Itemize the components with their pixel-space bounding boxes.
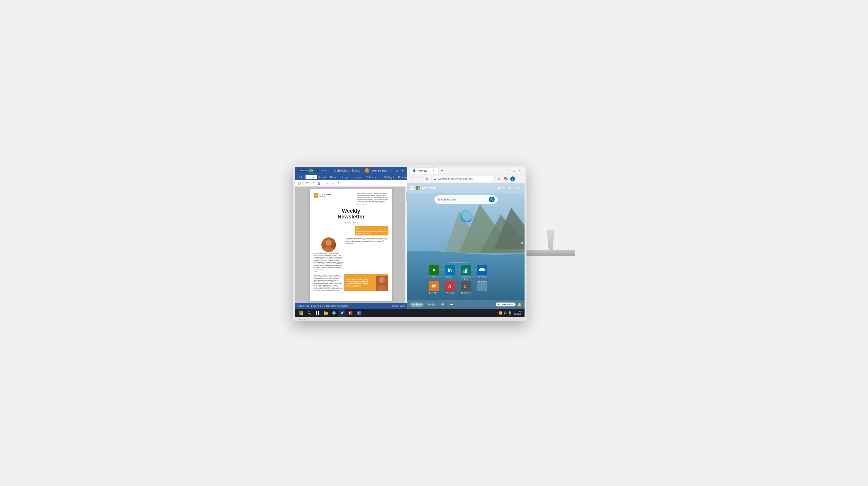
tab-layout[interactable]: Layout [351, 175, 363, 179]
toolbar-underline[interactable]: U [317, 181, 321, 186]
bing-search-btn[interactable] [489, 197, 495, 202]
edge-new-tab-btn[interactable]: + [439, 167, 445, 174]
address-bar[interactable]: Search or enter web address [431, 176, 495, 182]
accessibility-info[interactable]: Accessibility: Investigate [324, 305, 348, 307]
word-minimize-btn[interactable]: ─ [388, 168, 394, 173]
toolbar-bold[interactable]: B [305, 181, 310, 186]
app-icon-onedrive[interactable]: OneDrive [475, 265, 489, 280]
word-titlebar: AutoSave On ↩ ↪ Architecture - Saved TP [295, 167, 407, 174]
tab-file[interactable]: File [297, 175, 305, 179]
page-info: Page 2 of 10 [297, 305, 309, 307]
word-maximize-btn[interactable]: □ [394, 168, 399, 173]
ms-customize-btn[interactable]: ⚙ [515, 185, 522, 191]
edge-favorites-btn[interactable]: ☆ [496, 176, 502, 182]
power-button[interactable] [521, 242, 524, 244]
edge-minimize-btn[interactable]: ─ [505, 168, 511, 173]
notification-btn[interactable]: 🔔 [518, 302, 522, 306]
taskbar-powerpoint[interactable]: P [347, 309, 354, 317]
toolbar-style[interactable]: ¶ [336, 181, 341, 186]
toolbar-align-center[interactable]: ≡ [331, 181, 335, 186]
word-win-controls: ─ □ ✕ [388, 168, 405, 173]
taskbar: W P T ^ 📶 🔊 🔋 11:11 AM 10/20/21 [295, 309, 525, 317]
onedrive-label: OneDrive [478, 276, 486, 278]
app-icon-daily[interactable]: Daily Story [427, 281, 441, 294]
redo-icon[interactable]: ↪ [324, 169, 326, 172]
feed-tab-more[interactable]: ••• [448, 302, 455, 307]
taskbar-search[interactable] [305, 309, 313, 317]
app-icon-xbox[interactable]: Xbox [427, 265, 441, 280]
all-about-label: All About [446, 292, 454, 294]
edge-profile-btn[interactable]: M [509, 176, 516, 182]
ms-settings-btn[interactable]: ⚙ [507, 185, 514, 191]
app-icon-linkedin[interactable]: in LinkedIn [443, 265, 457, 280]
taskbar-word[interactable]: W [338, 309, 346, 317]
ribbon-tabs-container: File Home Insert Draw Design Layout Refe… [297, 175, 405, 179]
taskbar-edge[interactable] [330, 309, 338, 317]
word-statusbar: Page 2 of 10 2190 words Accessibility: I… [295, 303, 407, 309]
bottom-quote-text: A good brand community is not driven by … [345, 278, 368, 287]
undo-icon[interactable]: ↩ [320, 169, 323, 172]
xbox-label: Xbox [432, 276, 436, 278]
focus-btn[interactable]: Focus [392, 305, 398, 307]
tab-home[interactable]: Home [306, 175, 316, 179]
toolbar-align-left[interactable]: ≡ [325, 181, 330, 186]
newsletter-bottom: Welcome to Write | Work, a monthly newsl… [314, 274, 389, 291]
svg-rect-30 [318, 311, 319, 313]
tab-help[interactable]: Help [419, 175, 429, 179]
edge-maximize-btn[interactable]: □ [512, 168, 517, 173]
autosave-toggle[interactable] [308, 169, 314, 172]
edge-collections-btn[interactable]: 📚 [503, 176, 509, 182]
toolbar-italic[interactable]: I [311, 181, 316, 186]
newsletter-title-block: Weekly Newsletter [314, 208, 389, 220]
app-icon-chefs[interactable]: C Chefs Table [459, 281, 473, 294]
bing-search-box[interactable]: Search the web [434, 195, 498, 204]
ms-logo-text: Microsoft [422, 186, 437, 190]
svg-rect-20 [465, 270, 466, 273]
weather-icon: 🌤 [497, 186, 500, 190]
onedrive-tile [477, 265, 487, 275]
tab-draw[interactable]: Draw [328, 175, 338, 179]
feed-tab-politics[interactable]: Politics [426, 302, 437, 307]
statusbar-right: Focus 100% [392, 305, 405, 307]
ms-apps-grid-icon[interactable] [410, 186, 414, 190]
taskbar-taskview[interactable] [314, 309, 321, 317]
tab-design[interactable]: Design [339, 175, 351, 179]
edge-menu-btn[interactable]: ⋯ [516, 176, 523, 182]
newsletter-dateline: Jan 2022 Issue 01 [314, 221, 389, 224]
toolbar-paste[interactable]: 📋 [297, 181, 302, 186]
quote-box-top: " Community members around the world col… [355, 226, 389, 235]
tab-review[interactable]: Review [396, 175, 409, 179]
edge-tab-newtab[interactable]: New tab ✕ [409, 167, 438, 174]
word-close-btn[interactable]: ✕ [400, 168, 405, 173]
quote-text-top: Community members around the world colla… [356, 231, 387, 234]
feed-tab-myfeed[interactable]: My Feed [410, 302, 424, 307]
tray-network-icon: 📶 [499, 311, 502, 315]
zoom-level: 100% [400, 305, 405, 307]
feed-tab-us[interactable]: US [439, 302, 446, 307]
svg-line-28 [310, 314, 311, 315]
app-icon-all-about[interactable]: A All About [443, 281, 457, 294]
scrollbar-thumb[interactable] [406, 192, 407, 201]
tab-view[interactable]: View [409, 175, 419, 179]
taskbar-start-btn[interactable] [297, 309, 305, 317]
tab-mailings[interactable]: Mailings [382, 175, 396, 179]
word-scrollbar[interactable] [405, 187, 407, 303]
svg-rect-34 [324, 311, 326, 312]
edge-tab-close-btn[interactable]: ✕ [432, 169, 435, 172]
edge-close-btn[interactable]: ✕ [517, 168, 523, 173]
linkedin-tile: in [445, 265, 455, 275]
app-icon-woodgrove[interactable]: Woodgrove Bank [459, 265, 473, 280]
xbox-tile [429, 265, 439, 275]
clock-display[interactable]: 11:11 AM 10/20/21 [513, 310, 522, 316]
svg-text:P: P [349, 312, 350, 315]
tab-insert[interactable]: Insert [317, 175, 328, 179]
tab-references[interactable]: References [364, 175, 381, 179]
taskbar-explorer[interactable] [322, 309, 330, 317]
newsletter-signature: Leah [314, 271, 343, 272]
taskbar-teams[interactable]: T [355, 309, 363, 317]
tray-chevron[interactable]: ^ [497, 312, 498, 315]
app-icon-add-more[interactable]: + [475, 281, 489, 294]
personalize-btn[interactable]: Personalize [496, 302, 515, 306]
edge-bottom-bar: My Feed Politics US ••• Personalize 🔔 [407, 300, 524, 309]
address-text: Search or enter web address [438, 177, 492, 180]
